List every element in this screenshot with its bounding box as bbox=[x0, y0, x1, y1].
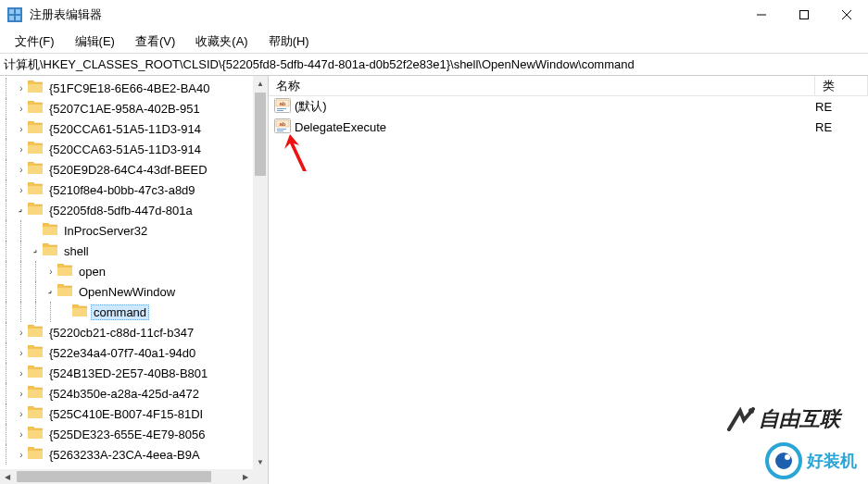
tree-item-label: {5263233A-23CA-4eea-B9A bbox=[46, 448, 203, 462]
tree-item[interactable]: ›{524b350e-a28a-425d-a472 bbox=[0, 383, 253, 403]
expander-closed-icon[interactable]: › bbox=[15, 83, 28, 93]
tree-item[interactable]: ›{5210f8e4-b0bb-47c3-a8d9 bbox=[0, 180, 253, 200]
expander-closed-icon[interactable]: › bbox=[15, 328, 28, 338]
tree-item[interactable]: ›{522e34a4-07f7-40a1-94d0 bbox=[0, 342, 253, 363]
tree-item-label: {524b350e-a28a-425d-a472 bbox=[46, 387, 202, 401]
scroll-up-icon[interactable]: ▲ bbox=[253, 76, 268, 91]
tree-item[interactable]: InProcServer32 bbox=[0, 220, 253, 241]
folder-icon bbox=[57, 264, 76, 279]
tree-item-label: {5220cb21-c88d-11cf-b347 bbox=[46, 326, 196, 340]
expander-closed-icon[interactable]: › bbox=[15, 348, 28, 358]
scroll-right-icon[interactable]: ▶ bbox=[238, 469, 253, 484]
titlebar: 注册表编辑器 bbox=[0, 0, 868, 30]
expander-closed-icon[interactable]: › bbox=[15, 389, 28, 399]
scroll-left-icon[interactable]: ◀ bbox=[0, 469, 15, 484]
regedit-icon bbox=[7, 7, 22, 22]
folder-icon bbox=[28, 81, 46, 95]
tree-item-label: InProcServer32 bbox=[61, 224, 150, 238]
expander-closed-icon[interactable]: › bbox=[15, 144, 28, 155]
value-name: (默认) bbox=[295, 98, 327, 115]
scroll-down-icon[interactable]: ▼ bbox=[253, 454, 268, 469]
address-bar[interactable]: 计算机\HKEY_CLASSES_ROOT\CLSID\{52205fd8-5d… bbox=[0, 54, 868, 76]
svg-rect-6 bbox=[800, 11, 809, 19]
tree-scrollbar-vertical[interactable]: ▲ ▼ bbox=[253, 76, 268, 469]
value-type: RE bbox=[815, 100, 868, 114]
tree-item[interactable]: ›{520E9D28-64C4-43df-BEED bbox=[0, 159, 253, 180]
svg-point-19 bbox=[748, 408, 754, 414]
tree-item[interactable]: ›open bbox=[0, 261, 253, 281]
scroll-thumb[interactable] bbox=[255, 93, 266, 176]
header-type[interactable]: 类 bbox=[815, 76, 868, 95]
tree-item[interactable]: ›{520CCA61-51A5-11D3-914 bbox=[0, 118, 253, 139]
svg-point-22 bbox=[785, 454, 790, 460]
tree-item[interactable]: ›{52205fd8-5dfb-447d-801a bbox=[0, 200, 253, 220]
scroll-thumb-h[interactable] bbox=[17, 471, 211, 482]
tree-item[interactable]: ›{5220cb21-c88d-11cf-b347 bbox=[0, 322, 253, 342]
svg-rect-1 bbox=[9, 9, 14, 14]
expander-closed-icon[interactable]: › bbox=[15, 409, 28, 419]
svg-rect-3 bbox=[9, 16, 14, 20]
svg-rect-12 bbox=[277, 108, 286, 109]
expander-closed-icon[interactable]: › bbox=[15, 450, 28, 460]
tree-item-label: {525DE323-655E-4E79-8056 bbox=[46, 428, 208, 441]
tree-item-label: {520E9D28-64C4-43df-BEED bbox=[46, 163, 210, 177]
tree-item[interactable]: ›{520CCA63-51A5-11D3-914 bbox=[0, 139, 253, 159]
svg-rect-2 bbox=[16, 9, 20, 14]
menu-edit[interactable]: 编辑(E) bbox=[66, 31, 124, 53]
value-name: DelegateExecute bbox=[295, 120, 386, 134]
folder-icon bbox=[28, 345, 46, 360]
tree-item-label: open bbox=[76, 265, 108, 279]
value-row[interactable]: abDelegateExecuteRE bbox=[269, 117, 868, 137]
tree-item[interactable]: ›{524B13ED-2E57-40B8-B801 bbox=[0, 363, 253, 383]
tree-item-label: {5210f8e4-b0bb-47c3-a8d9 bbox=[46, 183, 198, 197]
tree-item[interactable]: ›{51FC9E18-6E66-4BE2-BA40 bbox=[0, 78, 253, 98]
menu-favorites[interactable]: 收藏夹(A) bbox=[186, 31, 257, 53]
tree-item[interactable]: ›{5207C1AE-958A-402B-951 bbox=[0, 98, 253, 118]
tree-item[interactable]: ›{525C410E-B007-4F15-81DI bbox=[0, 403, 253, 424]
watermark-text-1: 自由互联 bbox=[759, 405, 840, 433]
svg-text:ab: ab bbox=[279, 121, 285, 127]
tree-item[interactable]: ›{525DE323-655E-4E79-8056 bbox=[0, 424, 253, 444]
maximize-button[interactable] bbox=[783, 0, 825, 30]
expander-closed-icon[interactable]: › bbox=[15, 185, 28, 195]
header-name[interactable]: 名称 bbox=[269, 76, 815, 95]
folder-icon bbox=[28, 182, 46, 197]
watermark-text-2: 好装机 bbox=[807, 450, 857, 472]
minimize-button[interactable] bbox=[740, 0, 783, 30]
value-type: RE bbox=[815, 120, 868, 134]
expander-closed-icon[interactable]: › bbox=[15, 429, 28, 440]
menu-help[interactable]: 帮助(H) bbox=[259, 31, 319, 53]
svg-rect-18 bbox=[277, 130, 283, 131]
string-value-icon: ab bbox=[274, 98, 295, 116]
menu-view[interactable]: 查看(V) bbox=[126, 31, 184, 53]
expander-closed-icon[interactable]: › bbox=[15, 165, 28, 175]
folder-icon bbox=[72, 304, 91, 319]
expander-closed-icon[interactable]: › bbox=[15, 368, 28, 379]
tree-scrollbar-horizontal[interactable]: ◀ ▶ bbox=[0, 469, 253, 484]
values-header: 名称 类 bbox=[269, 76, 868, 96]
window-title: 注册表编辑器 bbox=[30, 6, 740, 23]
folder-icon bbox=[28, 101, 46, 116]
tree-item[interactable]: ›{5263233A-23CA-4eea-B9A bbox=[0, 444, 253, 465]
folder-icon bbox=[28, 121, 46, 136]
expander-closed-icon[interactable]: › bbox=[15, 104, 28, 114]
string-value-icon: ab bbox=[274, 118, 295, 136]
tree-pane: ›{51FC9E18-6E66-4BE2-BA40›{5207C1AE-958A… bbox=[0, 76, 269, 484]
tree-item[interactable]: ›OpenNewWindow bbox=[0, 281, 253, 302]
expander-closed-icon[interactable]: › bbox=[15, 124, 28, 134]
menu-file[interactable]: 文件(F) bbox=[6, 31, 64, 53]
tree-item-selected[interactable]: command bbox=[0, 302, 253, 322]
tree-item[interactable]: ›shell bbox=[0, 241, 253, 261]
annotation-arrow-icon bbox=[283, 134, 308, 176]
close-button[interactable] bbox=[825, 0, 868, 30]
folder-icon bbox=[28, 386, 46, 401]
value-row[interactable]: ab(默认)RE bbox=[269, 96, 868, 117]
svg-text:ab: ab bbox=[279, 101, 285, 106]
tree-item-label: {52205fd8-5dfb-447d-801a bbox=[46, 204, 195, 217]
svg-point-21 bbox=[775, 453, 792, 469]
folder-icon bbox=[28, 427, 46, 441]
address-path: 计算机\HKEY_CLASSES_ROOT\CLSID\{52205fd8-5d… bbox=[4, 56, 635, 73]
tree-item-label: {51FC9E18-6E66-4BE2-BA40 bbox=[46, 81, 212, 95]
scroll-corner bbox=[253, 469, 268, 484]
expander-closed-icon[interactable]: › bbox=[44, 267, 57, 277]
